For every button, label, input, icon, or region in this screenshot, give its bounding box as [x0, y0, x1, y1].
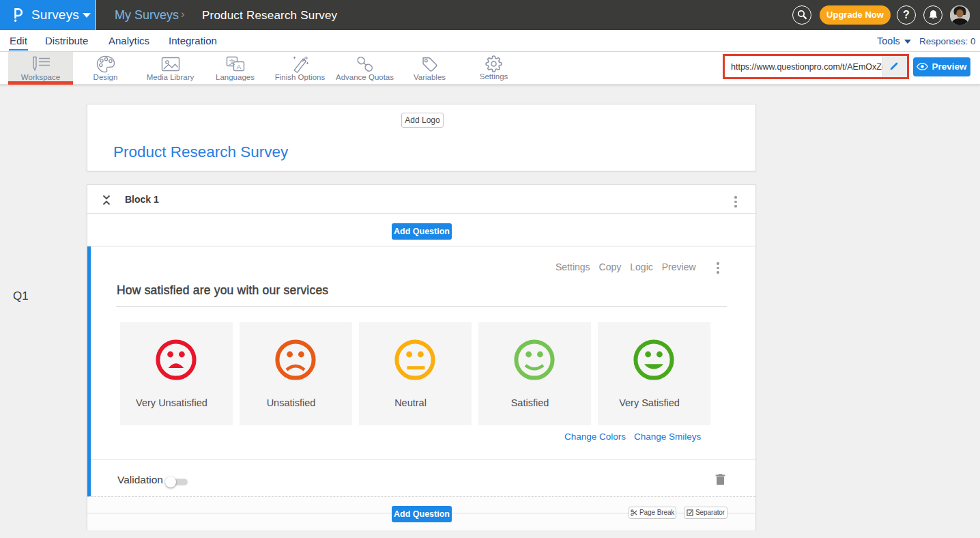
svg-text:文: 文 [229, 59, 235, 66]
svg-text:A: A [236, 63, 241, 70]
